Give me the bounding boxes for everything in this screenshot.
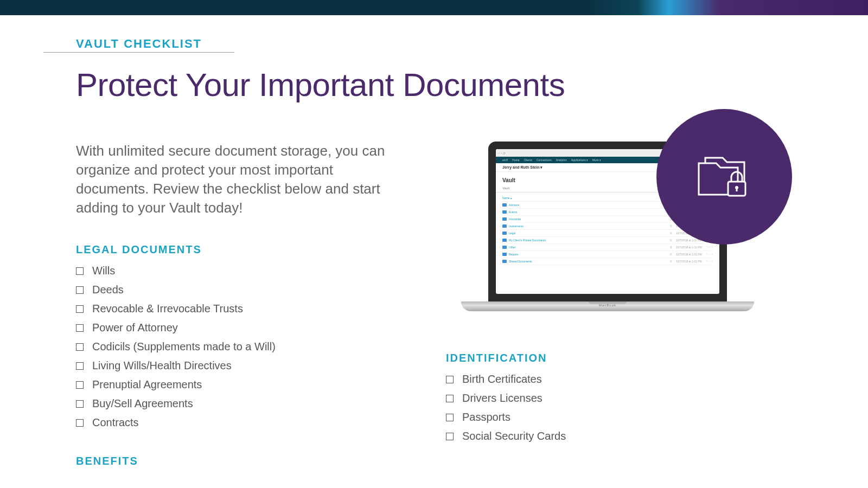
checklist-label: Codicils (Supplements made to a Will): [92, 341, 276, 353]
nav-item: Analytics: [556, 158, 567, 162]
nav-item: More ▾: [592, 158, 601, 162]
checklist-item: Power of Attorney: [76, 322, 391, 334]
folder-name: Shared Documents: [509, 260, 532, 263]
page-headline: Protect Your Important Documents: [76, 66, 792, 104]
folder-row: My Client's Private Documents010/7/2018 …: [502, 237, 713, 244]
folder-name: Investments: [509, 224, 524, 228]
right-column: ‹ › ⟳ emX Home Clients Connections Analy…: [423, 142, 792, 476]
folder-name: Insurance: [509, 217, 521, 221]
checklist-item: Drivers Licenses: [446, 392, 792, 404]
right-sections: IDENTIFICATION Birth Certificates Driver…: [423, 352, 792, 442]
header-section: VAULT CHECKLIST Protect Your Important D…: [76, 37, 792, 104]
folder-count: 0: [670, 224, 672, 228]
col-name: Name ▴: [502, 196, 512, 200]
left-column: With unlimited secure document storage, …: [76, 142, 391, 476]
folder-icon: [502, 246, 507, 249]
checklist-item: Passports: [446, 411, 792, 423]
nav-item: Connections: [537, 158, 552, 162]
nav-item: Applications ▾: [571, 158, 588, 162]
folder-row: Legal010/7/2018 at 1:01 PM✎ ⋯ ✕: [502, 230, 713, 237]
folder-name: Advisors: [509, 203, 519, 207]
folder-icon: [502, 232, 507, 235]
secure-folder-icon: [694, 151, 754, 203]
checklist-item: Birth Certificates: [446, 373, 792, 386]
folder-date: 10/7/2018 at 1:01 PM: [676, 260, 702, 263]
folder-name: My Client's Private Documents: [509, 239, 546, 242]
folder-icon: [502, 224, 507, 228]
checklist-label: Prenuptial Agreements: [92, 378, 202, 391]
client-name: Jerry and Ruth Stein ▾: [502, 165, 542, 170]
folder-row: Other010/7/2018 at 1:01 PM✎ ⋯ ✕: [502, 244, 713, 251]
checkbox-icon: [76, 343, 84, 351]
folder-icon: [502, 239, 507, 242]
folder-count: 0: [670, 246, 672, 249]
section-heading-identification: IDENTIFICATION: [446, 352, 792, 364]
folder-date: 10/7/2018 at 1:01 PM: [676, 253, 702, 256]
checklist-label: Deeds: [92, 284, 124, 296]
checkbox-icon: [446, 433, 454, 440]
folder-actions-icon: ✎ ⋯ ✕: [706, 260, 713, 263]
checklist-item: Revocable & Irrevocable Trusts: [76, 303, 391, 315]
folder-name: Legal: [509, 232, 515, 235]
nav-back-icon: ‹: [499, 151, 500, 155]
checkbox-icon: [76, 419, 84, 427]
folder-actions-icon: ✎ ⋯ ✕: [706, 253, 713, 256]
checkbox-icon: [446, 376, 454, 383]
app-logo: emX: [502, 158, 508, 162]
folder-count: 0: [670, 253, 672, 256]
checklist-label: Living Wills/Health Directives: [92, 359, 232, 372]
nav-item: Home: [512, 158, 519, 162]
checkbox-icon: [76, 324, 84, 332]
folder-name: Other: [509, 246, 516, 249]
eyebrow-label: VAULT CHECKLIST: [76, 37, 202, 51]
section-heading-benefits: BENEFITS: [76, 455, 391, 467]
checkbox-icon: [76, 305, 84, 313]
checkbox-icon: [76, 381, 84, 389]
checklist-label: Revocable & Irrevocable Trusts: [92, 303, 243, 315]
checklist-item: Contracts: [76, 416, 391, 429]
folder-count: 0: [670, 239, 672, 242]
top-banner: [0, 0, 868, 15]
folder-count: 0: [670, 232, 672, 235]
checkbox-icon: [76, 267, 84, 275]
folder-row: Shared Documents010/7/2018 at 1:01 PM✎ ⋯…: [502, 258, 713, 265]
folder-icon: [502, 253, 507, 256]
nav-forward-icon: ›: [501, 151, 502, 155]
checklist-item: Living Wills/Health Directives: [76, 359, 391, 372]
folder-actions-icon: ✎ ⋯ ✕: [706, 246, 713, 249]
section-heading-legal: LEGAL DOCUMENTS: [76, 243, 391, 256]
folder-icon: [502, 260, 507, 263]
checklist-item: Wills: [76, 265, 391, 277]
checkbox-icon: [76, 362, 84, 370]
checklist-label: Buy/Sell Agreements: [92, 397, 193, 410]
checklist-label: Wills: [92, 265, 115, 277]
folder-row: Reports010/7/2018 at 1:01 PM✎ ⋯ ✕: [502, 251, 713, 258]
folder-count: 0: [670, 260, 672, 263]
laptop-mockup: ‹ › ⟳ emX Home Clients Connections Analy…: [461, 142, 754, 311]
checklist-label: Birth Certificates: [462, 373, 542, 386]
checkbox-icon: [446, 414, 454, 421]
folder-name: Events: [509, 210, 517, 214]
intro-paragraph: With unlimited secure document storage, …: [76, 142, 391, 217]
checklist-item: Social Security Cards: [446, 430, 792, 442]
nav-refresh-icon: ⟳: [503, 151, 506, 155]
checklist-label: Drivers Licenses: [462, 392, 542, 404]
checklist-label: Passports: [462, 411, 510, 423]
checklist-item: Deeds: [76, 284, 391, 296]
laptop-brand-label: MacBook: [599, 304, 616, 307]
page-content: VAULT CHECKLIST Protect Your Important D…: [0, 37, 868, 476]
checklist-legal: Wills Deeds Revocable & Irrevocable Trus…: [76, 265, 391, 429]
vault-badge-circle: [656, 109, 792, 245]
checklist-label: Social Security Cards: [462, 430, 566, 442]
folder-icon: [502, 217, 507, 221]
checklist-item: Buy/Sell Agreements: [76, 397, 391, 410]
checklist-identification: Birth Certificates Drivers Licenses Pass…: [446, 373, 792, 442]
folder-icon: [502, 210, 507, 214]
folder-icon: [502, 203, 507, 207]
content-row: With unlimited secure document storage, …: [76, 142, 792, 476]
checkbox-icon: [76, 400, 84, 408]
checklist-item: Prenuptial Agreements: [76, 378, 391, 391]
eyebrow-wrapper: VAULT CHECKLIST: [43, 37, 234, 53]
laptop-base: MacBook: [461, 301, 754, 311]
checkbox-icon: [76, 286, 84, 294]
